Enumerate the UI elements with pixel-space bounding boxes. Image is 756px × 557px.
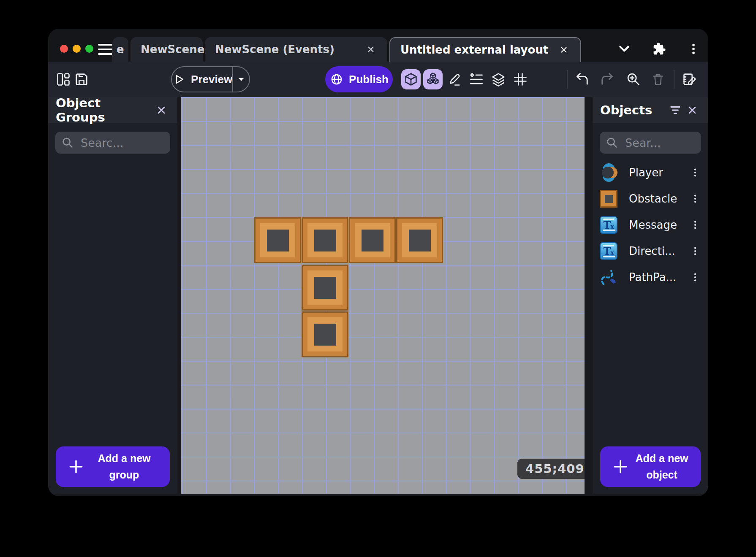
tab-partial[interactable]: e — [112, 37, 128, 62]
close-window-button[interactable] — [60, 45, 68, 53]
search-icon — [606, 136, 618, 149]
globe-icon — [329, 72, 344, 87]
obstacle-instance[interactable] — [396, 217, 443, 263]
trash-icon[interactable] — [648, 69, 668, 89]
kebab-menu-icon[interactable] — [688, 216, 702, 233]
text-object-icon: Tx — [599, 216, 618, 234]
window-controls — [60, 45, 93, 53]
instructions-list-icon[interactable] — [467, 69, 486, 89]
toolbar-divider — [674, 70, 674, 89]
play-icon — [172, 73, 185, 86]
titlebar: e NewScene NewScene (Events) Untitled ex… — [48, 29, 708, 62]
publish-label: Publish — [349, 73, 389, 86]
tab-label: Untitled external layout — [400, 43, 548, 56]
object-label: Obstacle — [629, 192, 688, 205]
obstacle-instance[interactable] — [302, 217, 348, 263]
publish-button[interactable]: Publish — [325, 66, 393, 92]
tab-newscene-events[interactable]: NewScene (Events) — [205, 37, 387, 62]
search-icon — [61, 136, 74, 149]
object-groups-search[interactable] — [55, 132, 170, 154]
text-object-icon: Tx — [599, 242, 618, 260]
chevron-down-icon[interactable] — [616, 41, 632, 57]
tab-bar: e NewScene NewScene (Events) Untitled ex… — [112, 37, 581, 62]
tab-untitled-external-layout[interactable]: Untitled external layout — [389, 37, 581, 62]
desktop-background: e NewScene NewScene (Events) Untitled ex… — [0, 0, 756, 557]
edit-scene-icon[interactable] — [680, 69, 699, 89]
cursor-coordinates-badge: 455;409 — [517, 459, 585, 479]
save-icon[interactable] — [72, 69, 91, 89]
toolbar-divider — [567, 70, 568, 89]
projects-panel-icon[interactable] — [54, 69, 73, 89]
toolbar: Preview Publish — [48, 62, 708, 97]
objects-search[interactable] — [600, 132, 701, 154]
add-group-label: Add a new group — [85, 450, 170, 483]
obstacle-instance[interactable] — [302, 311, 348, 357]
grid-icon[interactable] — [511, 69, 530, 89]
tab-label: e — [117, 43, 124, 56]
kebab-menu-icon[interactable] — [688, 190, 702, 207]
edit-pencil-icon[interactable] — [445, 69, 464, 89]
tab-label: NewScene (Events) — [215, 43, 334, 56]
objects-header: Objects — [593, 97, 708, 123]
zoom-in-icon[interactable] — [624, 69, 643, 89]
search-input[interactable] — [81, 136, 164, 149]
add-object-label: Add a new object — [630, 450, 701, 483]
object-label: Player — [629, 166, 688, 179]
plus-icon — [611, 458, 630, 475]
close-icon[interactable] — [684, 102, 701, 119]
obstacle-instance[interactable] — [254, 217, 301, 263]
preview-label: Preview — [191, 73, 232, 86]
kebab-menu-icon[interactable] — [688, 164, 702, 181]
maximize-window-button[interactable] — [85, 45, 93, 53]
close-icon[interactable] — [364, 43, 377, 56]
object-row-player[interactable]: Player — [593, 160, 708, 186]
extensions-puzzle-icon[interactable] — [651, 41, 667, 57]
objects-stack-tool-icon[interactable] — [423, 69, 443, 89]
obstacle-instance[interactable] — [349, 217, 396, 263]
add-group-button[interactable]: Add a new group — [56, 446, 170, 487]
panel-title: Object Groups — [56, 96, 153, 124]
search-input[interactable] — [625, 136, 695, 149]
object-groups-header: Object Groups — [48, 97, 177, 123]
panel-title: Objects — [600, 103, 667, 117]
kebab-menu-icon[interactable] — [688, 269, 702, 286]
object-row-directions[interactable]: Tx Directi... — [593, 238, 708, 264]
object-label: Directi... — [629, 245, 688, 257]
minimize-window-button[interactable] — [73, 45, 81, 53]
obstacle-instance[interactable] — [302, 265, 348, 311]
obstacle-icon — [599, 189, 618, 208]
plus-icon — [67, 458, 85, 475]
redo-icon[interactable] — [597, 69, 617, 89]
close-icon[interactable] — [557, 43, 570, 56]
caret-down-icon — [236, 74, 247, 85]
add-object-button[interactable]: Add a new object — [600, 446, 701, 487]
preview-dropdown-button[interactable] — [233, 67, 249, 92]
close-icon[interactable] — [153, 102, 170, 119]
objects-list: Player Obstacle — [593, 160, 708, 290]
objects-panel: Objects — [593, 97, 708, 494]
object-row-pathpaint[interactable]: PathPa... — [593, 264, 708, 290]
object-label: Message — [629, 219, 688, 231]
filter-icon[interactable] — [667, 102, 684, 119]
scene-canvas[interactable]: 455;409 — [181, 97, 585, 494]
undo-icon[interactable] — [573, 69, 592, 89]
main-menu-button[interactable] — [98, 44, 113, 55]
object-row-message[interactable]: Tx Message — [593, 212, 708, 238]
object-groups-panel: Object Groups Add a new group — [48, 97, 177, 494]
3d-box-tool-icon[interactable] — [401, 69, 421, 89]
player-icon — [599, 163, 618, 182]
kebab-menu-icon[interactable] — [688, 243, 702, 260]
object-row-obstacle[interactable]: Obstacle — [593, 186, 708, 212]
main-area: Object Groups Add a new group — [48, 97, 708, 496]
kebab-menu-icon[interactable] — [685, 41, 702, 57]
preview-button[interactable]: Preview — [171, 66, 250, 92]
path-paint-icon — [599, 268, 618, 287]
tab-newscene[interactable]: NewScene — [131, 37, 203, 62]
tab-label: NewScene — [141, 43, 204, 56]
object-label: PathPa... — [629, 271, 688, 284]
layers-icon[interactable] — [489, 69, 508, 89]
app-window: e NewScene NewScene (Events) Untitled ex… — [48, 29, 708, 496]
